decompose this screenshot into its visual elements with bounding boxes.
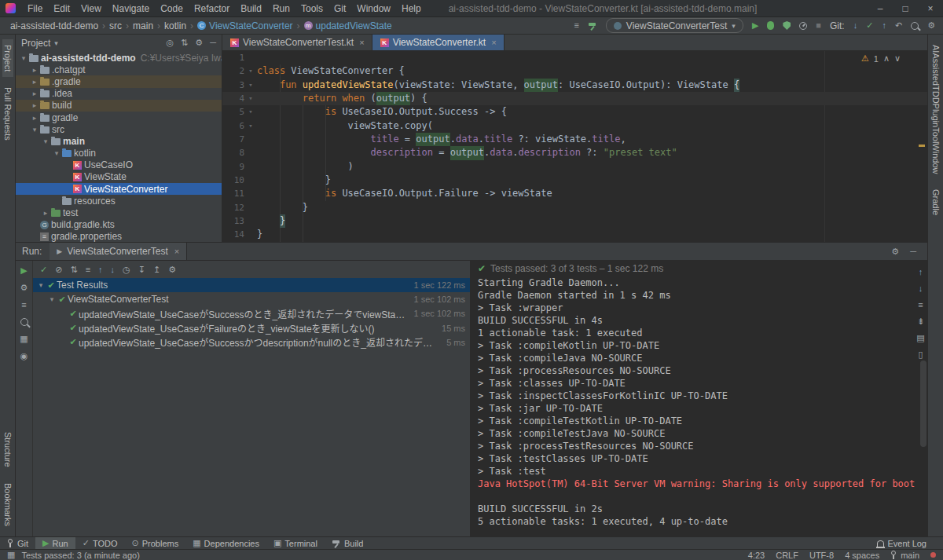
tree-item[interactable]: build.gradle.kts (16, 219, 222, 231)
close-icon[interactable]: × (491, 38, 496, 47)
menu-window[interactable]: Window (351, 3, 396, 14)
tool-window-tab-problems[interactable]: ⊙Problems (125, 537, 186, 549)
status-widget[interactable]: 4 spaces (845, 551, 879, 560)
stripe-item-aiassistedtddplugintoolwindow[interactable]: AIAssistedTDDPluginToolWindow (930, 39, 941, 179)
run-button[interactable]: ▶ (752, 21, 758, 30)
tree-item[interactable]: ▸.chatgpt (16, 64, 222, 75)
tree-chevron[interactable]: ▾ (41, 137, 50, 145)
run-content-tab[interactable]: ▶ ViewStateConverterTest × (50, 243, 187, 260)
show-ignored-icon[interactable]: ⊘ (55, 265, 62, 274)
menu-file[interactable]: File (22, 3, 48, 14)
editor-tab[interactable]: ViewStateConverter.kt× (372, 35, 505, 50)
status-widget[interactable]: UTF-8 (809, 551, 834, 560)
prev-issue-icon[interactable]: ∧ (883, 53, 890, 64)
locate-file-icon[interactable]: ◎ (167, 38, 174, 47)
tree-chevron[interactable]: ▾ (52, 149, 61, 157)
test-tree-row[interactable]: ✔updatedViewState_UseCaseがFailureのとき_vie… (33, 321, 470, 335)
scroll-to-end-icon[interactable]: ⇟ (917, 317, 924, 326)
code-line[interactable]: 5▾ is UseCaseIO.Output.Success -> { (222, 105, 927, 119)
tree-item[interactable]: ▸test (16, 207, 222, 218)
run-console[interactable]: ✔ Tests passed: 3 of 3 tests – 1 sec 122… (470, 261, 915, 536)
code-line[interactable]: 8 description = output.data.description … (222, 146, 927, 159)
settings-gear-icon[interactable]: ⚙ (20, 284, 28, 292)
run-config-combo[interactable]: ViewStateConverterTest ▾ (606, 18, 743, 33)
vcs-push-icon[interactable]: ↑ (882, 21, 886, 30)
clear-icon[interactable]: ▯ (918, 350, 923, 359)
bell-icon[interactable] (877, 540, 884, 547)
menu-navigate[interactable]: Navigate (107, 3, 155, 14)
problems-icon[interactable]: ⊙ (132, 539, 139, 547)
tree-chevron[interactable]: ▸ (30, 78, 39, 86)
editor-tab[interactable]: ViewStateConverterTest.kt× (222, 35, 372, 50)
tool-window-tab-todo[interactable]: ✓TODO (75, 537, 125, 549)
test-history-icon[interactable]: ◷ (123, 265, 130, 274)
expand-collapse-icon[interactable]: ⇅ (181, 38, 188, 47)
fold-marker[interactable]: ▾ (244, 79, 257, 92)
tool-window-tab-terminal[interactable]: ▣Terminal (266, 537, 325, 549)
list-icon[interactable]: ≡ (21, 301, 26, 309)
code-line[interactable]: 12 } (222, 201, 927, 214)
test-tree-row[interactable]: ▾✔ViewStateConverterTest1 sec 102 ms (33, 292, 470, 306)
breadcrumb-item[interactable]: mupdatedViewState (302, 20, 394, 31)
tree-item[interactable]: ▸.gradle (16, 75, 222, 87)
rollback-icon[interactable]: ↶ (895, 21, 902, 30)
tree-chevron[interactable]: ▾ (30, 126, 39, 134)
dependencies-icon[interactable]: ▦ (193, 539, 200, 547)
tree-item[interactable]: ▸gradle (16, 112, 222, 123)
inspections-widget[interactable]: ⚠ 1 ∧ ∨ (861, 53, 901, 64)
console-scrollbar[interactable] (920, 361, 926, 447)
menu-code[interactable]: Code (155, 3, 189, 14)
error-stripe-mark[interactable] (919, 145, 925, 147)
settings-gear-icon[interactable]: ⚙ (168, 265, 176, 274)
debug-button[interactable] (767, 21, 774, 30)
fold-marker[interactable]: ▾ (244, 105, 257, 119)
close-icon[interactable]: × (359, 38, 364, 47)
todo-icon[interactable]: ✓ (83, 539, 90, 547)
menu-view[interactable]: View (75, 3, 107, 14)
test-tree-row[interactable]: ▾✔Test Results1 sec 122 ms (33, 278, 470, 292)
hide-icon[interactable]: ─ (910, 247, 916, 256)
terminal-icon[interactable]: ▣ (273, 539, 281, 547)
stop-button[interactable]: ■ (816, 21, 821, 30)
chevron-down-icon[interactable]: ▾ (54, 39, 58, 47)
breadcrumb-item[interactable]: src (107, 20, 124, 31)
tree-chevron[interactable]: ▾ (36, 281, 46, 289)
search-icon[interactable] (911, 22, 919, 30)
tree-item[interactable]: gradle.properties (16, 231, 222, 242)
menu-help[interactable]: Help (396, 3, 427, 14)
stripe-item-bookmarks[interactable]: Bookmarks (2, 478, 13, 532)
tree-item[interactable]: ▸build (16, 100, 222, 112)
tree-chevron[interactable]: ▸ (30, 66, 39, 74)
tree-item[interactable]: UseCaseIO (16, 159, 222, 171)
list-icon[interactable]: ≡ (574, 21, 578, 30)
test-tree-row[interactable]: ✔updatedViewState_UseCaseがSuccessかつdescr… (33, 335, 470, 350)
vcs-commit-icon[interactable]: ✓ (866, 21, 873, 30)
settings-gear-icon[interactable]: ⚙ (891, 247, 899, 256)
menu-git[interactable]: Git (328, 3, 351, 14)
close-icon[interactable]: × (174, 247, 179, 256)
vcs-update-icon[interactable]: ↓ (853, 21, 858, 30)
code-line[interactable]: 7 title = output.data.title ?: viewState… (222, 133, 927, 146)
hide-icon[interactable]: ─ (210, 38, 216, 47)
code-line[interactable]: 11 is UseCaseIO.Output.Failure -> viewSt… (222, 187, 927, 200)
tree-item[interactable]: ▾src (16, 123, 222, 135)
code-line[interactable]: 3▾ fun updatedViewState(viewState: ViewS… (222, 79, 927, 92)
list-icon[interactable]: ≡ (86, 265, 90, 274)
menu-build[interactable]: Build (235, 3, 267, 14)
tool-window-tab-build[interactable]: Build (325, 537, 370, 549)
fold-marker[interactable]: ▾ (244, 92, 257, 105)
breadcrumb-item[interactable]: CViewStateConverter (195, 20, 295, 31)
tree-chevron[interactable]: ▸ (30, 101, 39, 109)
code-line[interactable]: 9 ) (222, 160, 927, 174)
code-line[interactable]: 13 } (222, 214, 927, 228)
vcs-push-icon[interactable]: ↑ (98, 265, 103, 274)
tree-item[interactable]: ▾main (16, 135, 222, 147)
code-line[interactable]: 2▾class ViewStateConverter { (222, 64, 927, 78)
stripe-item-structure[interactable]: Structure (2, 426, 13, 473)
stripe-item-gradle[interactable]: Gradle (930, 184, 941, 221)
tool-window-tab-dependencies[interactable]: ▦Dependencies (185, 537, 266, 549)
tool-window-tab-git[interactable]: Git (0, 537, 35, 549)
export-icon[interactable]: ↥ (153, 265, 160, 274)
run-icon[interactable]: ▶ (42, 539, 49, 547)
code-editor[interactable]: ⚠ 1 ∧ ∨ 12▾class ViewStateConverter {3▾ … (222, 51, 927, 242)
